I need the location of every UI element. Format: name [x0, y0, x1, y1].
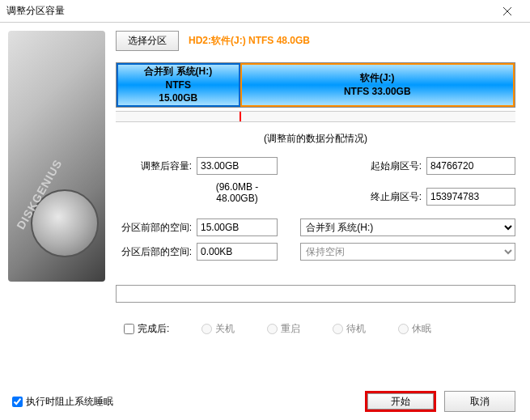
part1-name: 合并到 系统(H:) — [144, 65, 212, 78]
prevent-sleep-label: 执行时阻止系统睡眠 — [26, 395, 113, 409]
cancel-button[interactable]: 取消 — [444, 391, 515, 412]
radio-shutdown: 关机 — [201, 322, 235, 336]
radio-hibernate: 休眠 — [398, 322, 431, 336]
after-complete-checkbox[interactable]: 完成后: — [124, 322, 169, 336]
title-bar: 调整分区容量 — [0, 0, 530, 23]
window-title: 调整分区容量 — [6, 4, 491, 18]
merge-to-select[interactable]: 合并到 系统(H:) — [300, 218, 515, 236]
end-sector-label: 终止扇区号: — [365, 190, 422, 204]
space-before-label: 分区前部的空间: — [116, 221, 192, 235]
radio-standby: 待机 — [333, 322, 366, 336]
prevent-sleep-checkbox[interactable]: 执行时阻止系统睡眠 — [12, 395, 113, 409]
end-sector-input[interactable] — [426, 188, 515, 206]
close-button[interactable] — [491, 0, 524, 22]
main-panel: 选择分区 HD2:软件(J:) NTFS 48.0GB 合并到 系统(H:) N… — [109, 23, 530, 420]
after-complete-label: 完成后: — [138, 322, 169, 336]
start-sector-input[interactable] — [426, 157, 515, 175]
part2-name: 软件(J:) — [360, 71, 395, 85]
after-complete-checkbox-input[interactable] — [124, 324, 134, 334]
hdd-illustration — [8, 31, 105, 282]
part1-fs: NTFS — [166, 78, 191, 92]
start-button-highlight: 开始 — [365, 391, 436, 412]
close-icon — [503, 7, 511, 15]
sidebar — [0, 23, 109, 420]
start-sector-label: 起始扇区号: — [365, 159, 422, 173]
part2-size: NTFS 33.00GB — [344, 85, 411, 99]
space-after-label: 分区后部的空间: — [116, 245, 192, 259]
usage-bar — [116, 111, 515, 122]
partition-segment-merge[interactable]: 合并到 系统(H:) NTFS 15.00GB — [117, 63, 240, 107]
progress-bar — [116, 285, 515, 303]
partition-segment-main[interactable]: 软件(J:) NTFS 33.00GB — [240, 63, 515, 107]
disk-info-label: HD2:软件(J:) NTFS 48.0GB — [189, 34, 310, 48]
select-partition-button[interactable]: 选择分区 — [116, 31, 179, 51]
space-after-input[interactable] — [197, 243, 278, 261]
partition-bar[interactable]: 合并到 系统(H:) NTFS 15.00GB 软件(J:) NTFS 33.0… — [116, 62, 515, 108]
part1-size: 15.00GB — [159, 91, 197, 105]
keep-free-select[interactable]: 保持空闲 — [300, 243, 515, 261]
prevent-sleep-checkbox-input[interactable] — [12, 397, 23, 407]
start-button[interactable]: 开始 — [367, 393, 434, 409]
space-before-input[interactable] — [197, 218, 278, 236]
radio-restart: 重启 — [267, 322, 300, 336]
size-after-label: 调整后容量: — [116, 159, 192, 173]
size-after-input[interactable] — [197, 157, 278, 175]
caption-label: (调整前的数据分配情况) — [116, 132, 515, 146]
range-hint: (96.0MB - 48.00GB) — [197, 181, 278, 204]
